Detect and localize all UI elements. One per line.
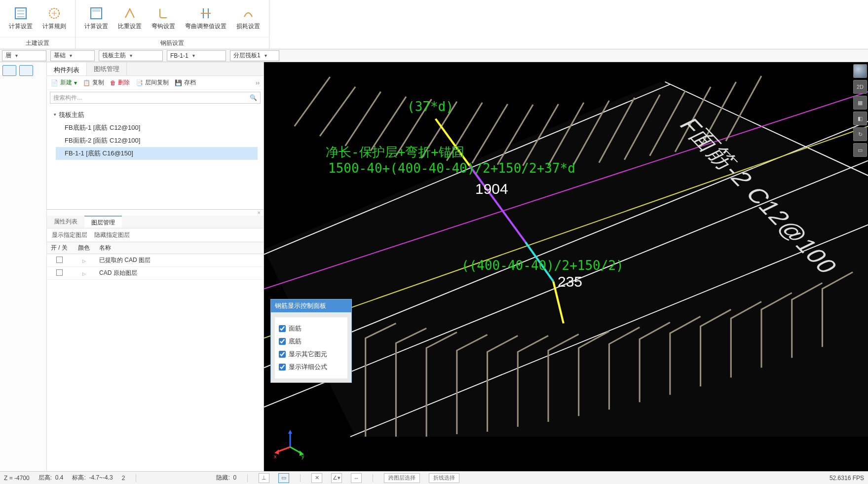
selector-bar: 層 基础 筏板主筋 FB-1-1 分层筏板1 xyxy=(0,49,868,62)
status-z: Z = -4700 xyxy=(4,475,30,482)
weight-icon xyxy=(123,6,137,20)
layer-combo[interactable]: 分层筏板1 xyxy=(230,50,279,61)
refresh-icon[interactable]: ↻ xyxy=(853,127,867,141)
property-panel: × 属性列表 图层管理 显示指定图层 隐藏指定图层 开 / 关 颜色 名称 ▷ … xyxy=(47,209,264,471)
svg-marker-45 xyxy=(288,430,292,434)
expand-icon[interactable]: ▷ xyxy=(82,271,86,276)
snap-cancel-icon[interactable]: ✕ xyxy=(311,473,322,483)
component-tree: 筏板主筋 FB底筋-1 [底筋 C12@100] FB面筋-2 [面筋 C12@… xyxy=(47,106,264,209)
svg-text:x: x xyxy=(274,453,277,459)
panel-toolbar: 📄 新建 ▾ 📋 复制 🗑 删除 📑 层间复制 💾 存档 ›› xyxy=(47,76,264,90)
hook-settings-button[interactable]: 弯钩设置 xyxy=(147,2,180,35)
calc-settings-label: 计算设置 xyxy=(9,22,33,31)
bend-icon xyxy=(199,6,213,20)
chk-top-bar[interactable]: 面筋 xyxy=(275,322,347,335)
layer-row[interactable]: ▷ CAD 原始图层 xyxy=(47,267,264,280)
chk-formula[interactable]: 显示详细公式 xyxy=(275,361,347,373)
float-panel-title: 钢筋显示控制面板 xyxy=(271,299,351,312)
rebar-display-panel[interactable]: 钢筋显示控制面板 面筋 底筋 显示其它图元 显示详细公式 xyxy=(270,299,352,383)
anno-formula2: ((400-40-40)/2+150/2) xyxy=(461,258,624,273)
anno-1904: 1904 xyxy=(475,181,508,197)
component-panel: 构件列表 图纸管理 📄 新建 ▾ 📋 复制 🗑 删除 📑 层间复制 💾 存档 ›… xyxy=(47,62,264,471)
hide-layer-btn[interactable]: 隐藏指定图层 xyxy=(94,231,130,239)
axis-gizmo: x y xyxy=(273,430,307,459)
view-iso-icon[interactable]: ◧ xyxy=(853,112,867,125)
panel-view-icon[interactable] xyxy=(19,65,33,76)
chk-bottom-bar[interactable]: 底筋 xyxy=(275,335,347,348)
pan-icon[interactable]: ↔ xyxy=(351,473,362,483)
tree-item[interactable]: FB底筋-1 [底筋 C12@100] xyxy=(56,121,258,134)
calc-rules-button[interactable]: 计算规则 xyxy=(38,2,71,35)
cross-layer-button[interactable]: 跨图层选择 xyxy=(384,473,420,483)
bend-adjust-button[interactable]: 弯曲调整值设置 xyxy=(180,2,231,35)
tree-item[interactable]: FB面筋-2 [面筋 C12@100] xyxy=(56,134,258,147)
tree-item[interactable]: FB-1-1 [底筋 C16@150] xyxy=(56,147,258,160)
weight-settings-button[interactable]: 比重设置 xyxy=(113,2,147,35)
view-cube-icon[interactable]: ▦ xyxy=(853,96,867,110)
floor-combo[interactable]: 層 xyxy=(2,50,46,61)
svg-line-22 xyxy=(345,92,381,146)
workspace: 构件列表 图纸管理 📄 新建 ▾ 📋 复制 🗑 删除 📑 层间复制 💾 存档 ›… xyxy=(0,62,868,471)
new-button[interactable]: 📄 新建 ▾ xyxy=(51,78,77,87)
layer-row[interactable]: ▷ 已提取的 CAD 图层 xyxy=(47,254,264,267)
snap-endpoint-icon[interactable]: ⊥ xyxy=(259,473,269,483)
anno-235: 235 xyxy=(558,273,582,290)
anno-formula: 1500-40+(400-40-40)/2+150/2+37*d xyxy=(328,161,575,176)
polyline-select-button[interactable]: 折线选择 xyxy=(429,473,459,483)
hook-icon xyxy=(156,6,170,20)
status-bar: Z = -4700 层高: 0.4 标高: -4.7~-4.3 2 隐藏: 0 … xyxy=(0,471,868,484)
chk-other-elem[interactable]: 显示其它图元 xyxy=(275,348,347,361)
loss-icon xyxy=(241,6,255,20)
search-input[interactable]: 搜索构件... 🔍 xyxy=(50,92,261,104)
svg-text:y: y xyxy=(302,453,304,459)
ribbon: 计算设置 计算规则 土建设置 计算设置 比重设置 弯钩设置 xyxy=(0,0,868,49)
show-layer-btn[interactable]: 显示指定图层 xyxy=(52,231,87,239)
delete-button[interactable]: 🗑 删除 xyxy=(110,78,130,87)
svg-rect-8 xyxy=(92,9,100,12)
copy-button[interactable]: 📋 复制 xyxy=(83,78,104,87)
calculator-icon xyxy=(14,6,28,20)
tab-drawings[interactable]: 图纸管理 xyxy=(87,62,127,75)
orbit-icon[interactable] xyxy=(853,64,867,78)
fps-text: 52.6316 FPS xyxy=(830,475,864,482)
rules-icon xyxy=(47,6,61,20)
ribbon-group-civil-label: 土建设置 xyxy=(0,37,75,49)
ribbon-group-civil: 计算设置 计算规则 土建设置 xyxy=(0,0,75,49)
close-icon[interactable]: × xyxy=(47,210,264,216)
calc-settings-button-1[interactable]: 计算设置 xyxy=(4,2,38,35)
layer-table: 开 / 关 颜色 名称 ▷ 已提取的 CAD 图层 ▷ CAD 原始图层 xyxy=(47,242,264,280)
view-2d-icon[interactable]: 2D xyxy=(853,80,867,94)
svg-rect-0 xyxy=(15,8,26,19)
checkbox[interactable] xyxy=(56,269,63,276)
angle-icon[interactable]: ∠▾ xyxy=(331,473,342,483)
svg-line-21 xyxy=(320,87,355,136)
checkbox[interactable] xyxy=(56,257,63,263)
tab-props[interactable]: 属性列表 xyxy=(47,216,84,228)
layer-copy-button[interactable]: 📑 层间复制 xyxy=(136,78,169,87)
anno-37d: (37*d) xyxy=(407,99,453,114)
ribbon-group-rebar-label: 钢筋设置 xyxy=(75,37,269,49)
tree-root[interactable]: 筏板主筋 xyxy=(56,109,258,121)
snap-ortho-icon[interactable]: ▭ xyxy=(278,473,289,483)
loss-settings-button[interactable]: 损耗设置 xyxy=(231,2,265,35)
tab-layers[interactable]: 图层管理 xyxy=(84,216,122,228)
ribbon-group-rebar: 计算设置 比重设置 弯钩设置 弯曲调整值设置 损耗设置 钢筋设置 xyxy=(75,0,269,49)
view-tools: 2D ▦ ◧ ↻ ▭ xyxy=(851,62,868,159)
panel-tabs: 构件列表 图纸管理 xyxy=(47,62,264,76)
expand-icon[interactable]: ▷ xyxy=(82,259,86,263)
calc-settings-button-2[interactable]: 计算设置 xyxy=(79,2,113,35)
svg-line-20 xyxy=(295,77,330,126)
type-combo[interactable]: 筏板主筋 xyxy=(99,50,163,61)
category-combo[interactable]: 基础 xyxy=(50,50,95,61)
viewport-3d[interactable]: (37*d) 净长-保护层+弯折+锚固 1500-40+(400-40-40)/… xyxy=(264,62,868,471)
save-button[interactable]: 💾 存档 xyxy=(175,78,196,87)
list-view-icon[interactable] xyxy=(2,65,16,76)
tab-components[interactable]: 构件列表 xyxy=(47,62,87,75)
svg-line-43 xyxy=(277,447,290,452)
view-section-icon[interactable]: ▭ xyxy=(853,143,867,157)
search-icon: 🔍 xyxy=(250,94,257,101)
component-combo[interactable]: FB-1-1 xyxy=(167,50,226,61)
calculator-icon xyxy=(89,6,103,20)
toolbar-overflow-icon[interactable]: ›› xyxy=(256,79,260,86)
calc-rules-label: 计算规则 xyxy=(42,22,66,31)
